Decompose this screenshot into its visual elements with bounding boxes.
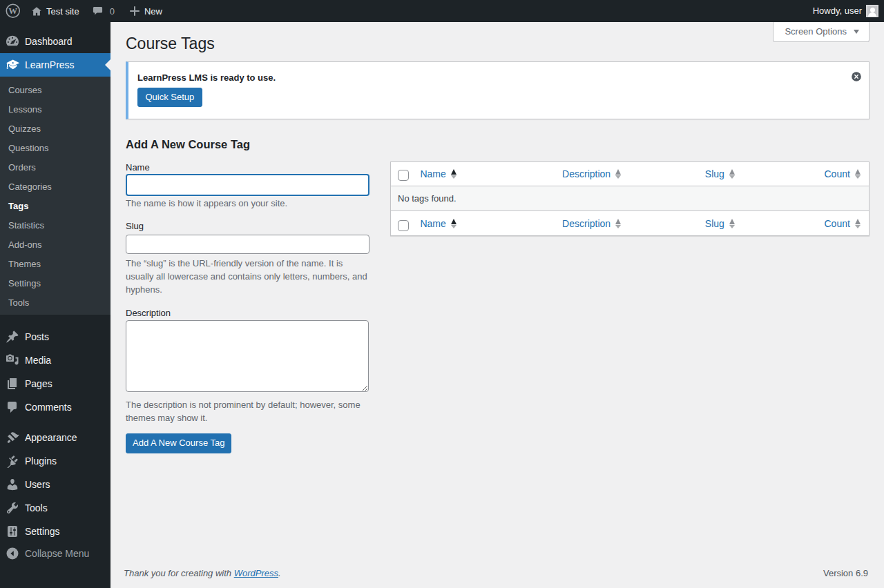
svg-text:W: W [8,7,17,17]
